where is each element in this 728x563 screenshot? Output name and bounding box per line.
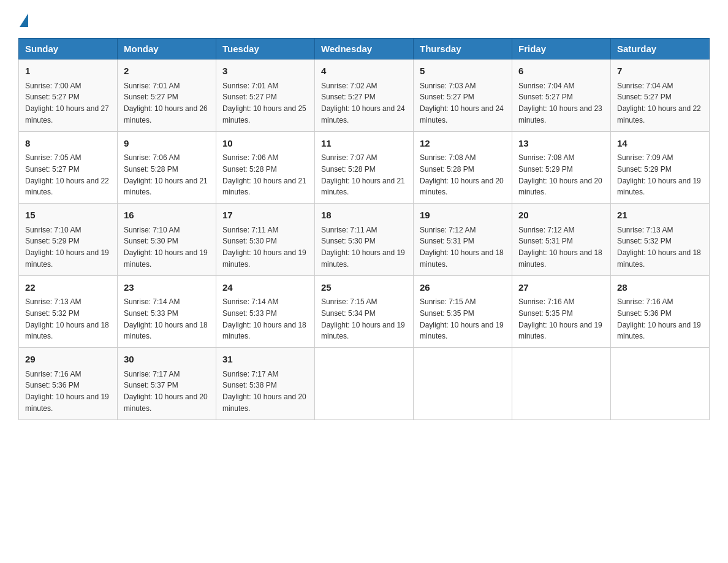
day-number: 5: [420, 64, 506, 79]
day-number: 22: [25, 281, 111, 295]
calendar-cell: 5Sunrise: 7:03 AMSunset: 5:27 PMDaylight…: [414, 59, 512, 132]
day-number: 16: [124, 209, 210, 223]
day-info: Sunrise: 7:08 AMSunset: 5:29 PMDaylight:…: [518, 153, 602, 196]
calendar-week-row: 22Sunrise: 7:13 AMSunset: 5:32 PMDayligh…: [19, 275, 710, 348]
day-info: Sunrise: 7:16 AMSunset: 5:36 PMDaylight:…: [25, 370, 109, 413]
day-info: Sunrise: 7:14 AMSunset: 5:33 PMDaylight:…: [124, 297, 208, 340]
day-info: Sunrise: 7:13 AMSunset: 5:32 PMDaylight:…: [617, 226, 701, 269]
day-number: 28: [617, 281, 703, 295]
header-monday: Monday: [118, 39, 216, 59]
header-sunday: Sunday: [19, 39, 118, 59]
calendar-cell: 13Sunrise: 7:08 AMSunset: 5:29 PMDayligh…: [512, 131, 611, 204]
day-info: Sunrise: 7:17 AMSunset: 5:38 PMDaylight:…: [222, 370, 306, 413]
day-info: Sunrise: 7:11 AMSunset: 5:30 PMDaylight:…: [321, 226, 405, 269]
calendar-cell: 7Sunrise: 7:04 AMSunset: 5:27 PMDaylight…: [611, 59, 710, 132]
calendar-cell: 18Sunrise: 7:11 AMSunset: 5:30 PMDayligh…: [315, 204, 414, 276]
day-number: 19: [420, 209, 506, 223]
header-wednesday: Wednesday: [315, 39, 414, 59]
day-number: 12: [420, 137, 506, 151]
day-info: Sunrise: 7:08 AMSunset: 5:28 PMDaylight:…: [420, 153, 504, 196]
day-info: Sunrise: 7:01 AMSunset: 5:27 PMDaylight:…: [222, 82, 306, 124]
calendar-cell: [512, 348, 611, 420]
calendar-cell: 25Sunrise: 7:15 AMSunset: 5:34 PMDayligh…: [315, 275, 414, 348]
calendar-cell: [315, 348, 414, 420]
calendar-cell: 11Sunrise: 7:07 AMSunset: 5:28 PMDayligh…: [315, 131, 414, 204]
day-info: Sunrise: 7:16 AMSunset: 5:36 PMDaylight:…: [617, 297, 701, 340]
day-info: Sunrise: 7:00 AMSunset: 5:27 PMDaylight:…: [25, 82, 109, 124]
calendar-cell: 16Sunrise: 7:10 AMSunset: 5:30 PMDayligh…: [118, 204, 216, 276]
day-info: Sunrise: 7:06 AMSunset: 5:28 PMDaylight:…: [222, 153, 306, 196]
day-info: Sunrise: 7:10 AMSunset: 5:29 PMDaylight:…: [25, 226, 109, 269]
calendar-cell: 20Sunrise: 7:12 AMSunset: 5:31 PMDayligh…: [512, 204, 611, 276]
calendar-cell: [414, 348, 512, 420]
day-info: Sunrise: 7:03 AMSunset: 5:27 PMDaylight:…: [420, 82, 504, 124]
calendar-week-row: 29Sunrise: 7:16 AMSunset: 5:36 PMDayligh…: [19, 348, 710, 420]
day-number: 9: [124, 137, 210, 151]
calendar-cell: 24Sunrise: 7:14 AMSunset: 5:33 PMDayligh…: [216, 275, 315, 348]
day-info: Sunrise: 7:06 AMSunset: 5:28 PMDaylight:…: [124, 153, 208, 196]
calendar-cell: 10Sunrise: 7:06 AMSunset: 5:28 PMDayligh…: [216, 131, 315, 204]
day-number: 10: [222, 137, 308, 151]
day-info: Sunrise: 7:01 AMSunset: 5:27 PMDaylight:…: [124, 82, 208, 124]
day-info: Sunrise: 7:12 AMSunset: 5:31 PMDaylight:…: [420, 226, 504, 269]
header-saturday: Saturday: [611, 39, 710, 59]
page-header: [18, 12, 710, 26]
calendar-table: SundayMondayTuesdayWednesdayThursdayFrid…: [18, 38, 710, 420]
calendar-cell: 17Sunrise: 7:11 AMSunset: 5:30 PMDayligh…: [216, 204, 315, 276]
calendar-cell: 6Sunrise: 7:04 AMSunset: 5:27 PMDaylight…: [512, 59, 611, 132]
day-number: 1: [25, 64, 111, 79]
day-number: 2: [124, 64, 210, 79]
logo-arrow-icon: [20, 13, 28, 27]
calendar-cell: 27Sunrise: 7:16 AMSunset: 5:35 PMDayligh…: [512, 275, 611, 348]
calendar-cell: 1Sunrise: 7:00 AMSunset: 5:27 PMDaylight…: [19, 59, 118, 132]
calendar-cell: 23Sunrise: 7:14 AMSunset: 5:33 PMDayligh…: [118, 275, 216, 348]
day-number: 30: [124, 353, 210, 367]
calendar-week-row: 15Sunrise: 7:10 AMSunset: 5:29 PMDayligh…: [19, 204, 710, 276]
day-number: 26: [420, 281, 506, 295]
calendar-week-row: 1Sunrise: 7:00 AMSunset: 5:27 PMDaylight…: [19, 59, 710, 132]
calendar-cell: 29Sunrise: 7:16 AMSunset: 5:36 PMDayligh…: [19, 348, 118, 420]
day-info: Sunrise: 7:11 AMSunset: 5:30 PMDaylight:…: [222, 226, 306, 269]
day-number: 29: [25, 353, 111, 367]
calendar-cell: [611, 348, 710, 420]
day-info: Sunrise: 7:14 AMSunset: 5:33 PMDaylight:…: [222, 297, 306, 340]
day-info: Sunrise: 7:09 AMSunset: 5:29 PMDaylight:…: [617, 153, 701, 196]
day-number: 15: [25, 209, 111, 223]
day-number: 3: [222, 64, 308, 79]
calendar-cell: 28Sunrise: 7:16 AMSunset: 5:36 PMDayligh…: [611, 275, 710, 348]
day-number: 13: [518, 137, 604, 151]
calendar-cell: 19Sunrise: 7:12 AMSunset: 5:31 PMDayligh…: [414, 204, 512, 276]
header-tuesday: Tuesday: [216, 39, 315, 59]
calendar-cell: 15Sunrise: 7:10 AMSunset: 5:29 PMDayligh…: [19, 204, 118, 276]
day-number: 7: [617, 64, 703, 79]
calendar-cell: 2Sunrise: 7:01 AMSunset: 5:27 PMDaylight…: [118, 59, 216, 132]
day-info: Sunrise: 7:13 AMSunset: 5:32 PMDaylight:…: [25, 297, 109, 340]
day-number: 24: [222, 281, 308, 295]
day-number: 23: [124, 281, 210, 295]
calendar-cell: 12Sunrise: 7:08 AMSunset: 5:28 PMDayligh…: [414, 131, 512, 204]
day-info: Sunrise: 7:04 AMSunset: 5:27 PMDaylight:…: [617, 82, 701, 124]
day-info: Sunrise: 7:15 AMSunset: 5:34 PMDaylight:…: [321, 297, 405, 340]
day-number: 31: [222, 353, 308, 367]
day-info: Sunrise: 7:17 AMSunset: 5:37 PMDaylight:…: [124, 370, 208, 413]
calendar-cell: 9Sunrise: 7:06 AMSunset: 5:28 PMDaylight…: [118, 131, 216, 204]
day-number: 27: [518, 281, 604, 295]
calendar-cell: 22Sunrise: 7:13 AMSunset: 5:32 PMDayligh…: [19, 275, 118, 348]
day-number: 8: [25, 137, 111, 151]
calendar-cell: 26Sunrise: 7:15 AMSunset: 5:35 PMDayligh…: [414, 275, 512, 348]
day-number: 21: [617, 209, 703, 223]
day-info: Sunrise: 7:10 AMSunset: 5:30 PMDaylight:…: [124, 226, 208, 269]
day-info: Sunrise: 7:04 AMSunset: 5:27 PMDaylight:…: [518, 82, 602, 124]
day-number: 17: [222, 209, 308, 223]
day-info: Sunrise: 7:05 AMSunset: 5:27 PMDaylight:…: [25, 153, 109, 196]
calendar-cell: 8Sunrise: 7:05 AMSunset: 5:27 PMDaylight…: [19, 131, 118, 204]
day-number: 14: [617, 137, 703, 151]
day-info: Sunrise: 7:07 AMSunset: 5:28 PMDaylight:…: [321, 153, 405, 196]
day-number: 20: [518, 209, 604, 223]
logo: [18, 12, 28, 26]
calendar-header-row: SundayMondayTuesdayWednesdayThursdayFrid…: [19, 39, 710, 59]
calendar-cell: 21Sunrise: 7:13 AMSunset: 5:32 PMDayligh…: [611, 204, 710, 276]
day-number: 4: [321, 64, 407, 79]
day-number: 25: [321, 281, 407, 295]
calendar-cell: 14Sunrise: 7:09 AMSunset: 5:29 PMDayligh…: [611, 131, 710, 204]
